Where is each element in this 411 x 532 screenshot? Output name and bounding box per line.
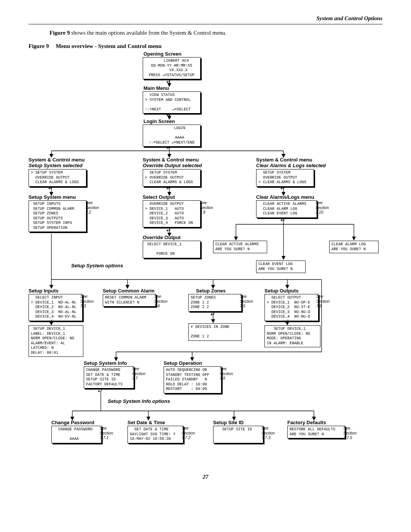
box-opening-screen: LIEBERT AC4 DD-MON-YY HR:MM:SS VX.XXX.X … xyxy=(143,57,201,79)
label-setup-system-menu: Setup System menu xyxy=(29,194,76,200)
label-setup-outputs: Setup Outputs xyxy=(264,288,299,294)
label-select-output: Select Output xyxy=(143,194,175,200)
label-override-selected: Override Output selected xyxy=(143,163,202,168)
see-7-2: See Section 7.2 xyxy=(86,200,99,215)
label-setup-operation: Setup Operation xyxy=(164,360,202,366)
enter-icon: ↵ xyxy=(166,145,171,150)
header-rule xyxy=(29,24,382,24)
label-clear-selected: Clear Alarms & Logs selected xyxy=(256,163,326,168)
label-main-menu: Main Menu xyxy=(143,85,169,91)
label-setup-selected: Setup System selected xyxy=(29,163,83,168)
box-setup-common-alarm: RESET COMMON ALARM WITH SILENCE? N xyxy=(103,294,156,307)
box-setup-site-id: SETUP SITE ID xyxy=(213,426,263,443)
enter-icon: ↵ xyxy=(284,318,289,324)
see-7-6: See Section 7.6 xyxy=(316,294,330,308)
see-7-7-1: See Section 7.7.1 xyxy=(100,426,113,440)
label-setup-common-alarm: Setup Common Alarm xyxy=(103,288,155,294)
page-header: System and Control Options xyxy=(29,15,382,22)
box-sc-setup: > SETUP SYSTEM OVERRIDE OUTPUT CLEAR ALA… xyxy=(29,169,86,187)
box-set-date-time: SET DATE & TIME DAYLIGHT SVG TIME: Y 18-… xyxy=(127,426,183,443)
intro-fig-ref: Figure 9 xyxy=(49,30,70,36)
enter-icon: ↵ xyxy=(166,227,171,233)
label-sysinfo-options: Setup System Info options xyxy=(108,398,170,404)
box-setup-outputs: SELECT OUTPUT > DEVICE_1 NO-OP-E DEVICE_… xyxy=(264,294,319,321)
page-number: 27 xyxy=(29,474,382,480)
box-zones-devices: # DEVICES IN ZONE ZONE 1 2 xyxy=(188,323,242,341)
label-setup-zones: Setup Zones xyxy=(196,288,226,294)
enter-icon: ↵ xyxy=(280,185,285,191)
box-setup-system-info: CHANGE PASSWORD SET DATE & TIME SETUP SI… xyxy=(84,366,134,388)
see-7-7-2: See Section 7.7.2 xyxy=(182,426,195,440)
label-clear-alarms-menu: Clear Alarms/Logs menu xyxy=(256,194,314,200)
label-setup-site-id: Setup Site ID xyxy=(213,420,244,425)
label-factory-defaults: Factory Defaults xyxy=(287,420,326,425)
label-login-screen: Login Screen xyxy=(143,118,175,124)
box-clear-alarm: CLEAR ALARM LOG ARE YOU SURE? N xyxy=(329,241,379,253)
label-setup-system-options: Setup System options xyxy=(71,263,123,268)
see-7-3: See Section 7.3 xyxy=(80,294,94,308)
label-sc-menu-3: System & Control menu xyxy=(256,157,312,163)
see-7-7-3: See Section 7.7.3 xyxy=(261,426,275,440)
diagram-area: Opening Screen LIEBERT AC4 DD-MON-YY HR:… xyxy=(29,51,382,470)
intro-paragraph: Figure 9 shows the main options availabl… xyxy=(49,30,382,36)
box-setup-operation: AUTO SEQUENCING ON STANDBY TESTING OFF F… xyxy=(164,366,221,393)
box-clear-event: CLEAR EVENT LOG ARE YOU SURE? N xyxy=(256,260,306,273)
box-sc-clear: SETUP SYSTEM OVERRIDE OUTPUT > CLEAR ALA… xyxy=(256,169,314,187)
label-set-date-time: Set Date & Time xyxy=(127,420,165,425)
figure-title: Menu overview - System and Control menu xyxy=(56,43,161,49)
box-clear-active: CLEAR ACTIVE ALARMS ARE YOU SURE? N xyxy=(213,241,267,253)
intro-text: shows the main options available from th… xyxy=(70,30,226,36)
box-setup-inputs: SELECT INPUT > DEVICE_1 NO-AL-NL DEVICE_… xyxy=(29,294,83,321)
enter-icon: ↵ xyxy=(166,79,171,85)
box-factory-defaults: RESTORE ALL DEFAULTS ARE YOU SURE? N xyxy=(287,426,345,438)
enter-icon: ↵ xyxy=(166,185,171,191)
box-setup-device1: SETUP DEVICE_1 LABEL: DEVICE_1 NORM OPEN… xyxy=(29,325,83,357)
box-clear-alarms-menu: CLEAR ACTIVE ALARMS CLEAR ALARM LOG CLEA… xyxy=(256,200,317,218)
label-setup-system-info: Setup System Info xyxy=(84,360,127,366)
box-login-screen: LOGIN AAAA ↑↓=SELECT ↵=NEXT/END xyxy=(143,125,201,147)
see-7-9: See Section 7.9 xyxy=(200,200,213,215)
label-sc-menu-2: System & Control menu xyxy=(143,157,199,163)
see-7-4: See Section 7.4 xyxy=(154,294,167,308)
label-opening-screen: Opening Screen xyxy=(143,51,182,57)
see-7-7: See Section 7.7 xyxy=(132,366,145,381)
box-select-output: OVERRIDE OUTPUT > DEVICE_1 AUTO DEVICE_2… xyxy=(143,200,201,227)
box-setup-zones: SETUP ZONES ZONE 1 2 ZONE 2 2 xyxy=(188,294,242,312)
box-change-password: CHANGE PASSWORD AAAA xyxy=(51,426,102,443)
enter-icon: ↵ xyxy=(166,112,171,118)
enter-icon: ↵ xyxy=(98,388,103,394)
box-setup-system-menu: SETUP INPUTS SETUP COMMON ALARM SETUP ZO… xyxy=(29,200,86,232)
see-7-10: See Section 7.10 xyxy=(315,200,329,215)
label-setup-inputs: Setup Inputs xyxy=(29,288,59,294)
box-override-output: SELECT DEVICE_1 FORCE ON xyxy=(143,241,201,258)
box-setup-out-device1: SETUP DEVICE_1 NORM OPEN/CLOSE: NO MODE:… xyxy=(264,325,320,347)
enter-icon: ↵ xyxy=(48,318,53,324)
enter-icon: ↵ xyxy=(48,185,53,191)
box-main-menu: VIEW STATUS > SYSTEM AND CONTROL ↑↓=NEXT… xyxy=(143,91,201,113)
label-override-output: Override Output xyxy=(143,235,181,240)
connector-lines xyxy=(29,51,382,470)
figure-number: Figure 9 xyxy=(29,43,49,49)
see-7-8: See Section 7.8 xyxy=(220,366,233,381)
label-change-password: Change Password xyxy=(51,420,94,425)
enter-icon: ↵ xyxy=(280,217,285,223)
see-7-5: See Section 7.5 xyxy=(240,294,253,308)
label-sc-menu-1: System & Control menu xyxy=(29,157,84,163)
see-7-7-5: See Section 7.7.5 xyxy=(343,426,357,440)
figure-caption: Figure 9Menu overview - System and Contr… xyxy=(29,43,382,50)
enter-icon: ↵ xyxy=(210,311,215,317)
box-sc-override: SETUP SYSTEM > OVERRIDE OUTPUT CLEAR ALA… xyxy=(143,169,201,187)
